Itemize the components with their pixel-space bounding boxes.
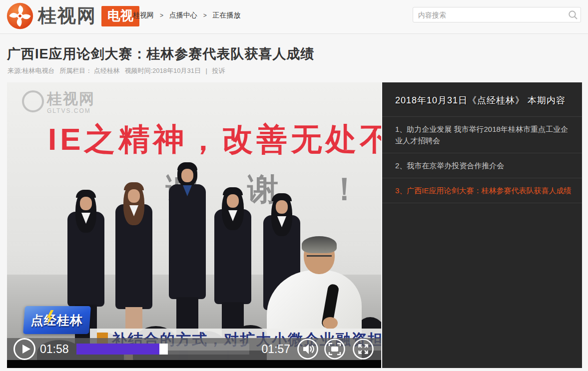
progress-thumb[interactable] xyxy=(159,344,168,355)
breadcrumb-vod-center[interactable]: 点播中心 xyxy=(169,11,197,19)
site-header: 桂视网 电视 桂视网 > 点播中心 > 正在播放 xyxy=(0,0,588,34)
fullscreen-icon xyxy=(352,338,374,360)
player-bottom-strip xyxy=(7,360,381,368)
episode-item-3-active[interactable]: 3、广西IE应用论剑大赛：桂林参赛代表队获喜人成绩 xyxy=(382,178,582,203)
theater-mode-icon xyxy=(324,338,346,360)
page-title: 广西IE应用论剑大赛：桂林参赛代表队获喜人成绩 xyxy=(7,45,315,63)
breadcrumb-now-playing: 正在播放 xyxy=(213,11,241,19)
watermark-logo-icon xyxy=(22,90,44,112)
program-logo: 点经桂林 xyxy=(23,306,91,334)
meta-category: 所属栏目： 点经桂林 xyxy=(59,67,120,74)
current-time: 01:58 xyxy=(40,343,69,356)
breadcrumb-separator: > xyxy=(203,12,207,19)
breadcrumb-home[interactable]: 桂视网 xyxy=(133,11,154,19)
video-watermark: 桂视网 GLTVS.COM xyxy=(22,90,95,114)
duration-time: 01:57 xyxy=(258,343,290,356)
meta-time: 视频时间:2018年10月31日 xyxy=(125,67,201,74)
video-frame[interactable]: 桂视网 GLTVS.COM IE之精神，改善无处不 谢 谢 ！ xyxy=(7,82,381,360)
meta-separator: | xyxy=(206,67,207,74)
search-box xyxy=(413,7,581,22)
breadcrumb-separator: > xyxy=(160,12,163,19)
meta-source: 来源:桂林电视台 xyxy=(7,67,55,74)
volume-button[interactable] xyxy=(297,338,319,360)
volume-icon xyxy=(297,338,319,360)
play-icon xyxy=(22,345,30,354)
progress-bar[interactable] xyxy=(76,344,249,355)
theater-mode-button[interactable] xyxy=(324,338,346,360)
search-input[interactable] xyxy=(413,11,566,19)
player-controls: 01:58 01:57 xyxy=(7,338,381,360)
episode-sidebar: 2018年10月31日《点经桂林》 本期内容 1、助力企业发展 我市举行2018… xyxy=(382,82,582,368)
search-icon[interactable] xyxy=(566,10,581,20)
progress-fill xyxy=(76,344,159,355)
report-link[interactable]: 投诉 xyxy=(212,67,225,74)
program-logo-text: 点经桂林 xyxy=(30,312,83,329)
site-logo-icon xyxy=(6,2,34,30)
watermark-name: 桂视网 xyxy=(47,90,95,107)
site-logo[interactable]: 桂视网 电视 xyxy=(6,2,139,30)
video-player: 桂视网 GLTVS.COM IE之精神，改善无处不 谢 谢 ！ xyxy=(7,82,381,368)
sidebar-title: 2018年10月31日《点经桂林》 本期内容 xyxy=(382,82,582,117)
fullscreen-button[interactable] xyxy=(352,338,374,360)
screen-slogan-text: IE之精神，改善无处不 xyxy=(48,118,381,160)
site-name: 桂视网 xyxy=(38,3,96,28)
episode-item-2[interactable]: 2、我市在京举办投资合作推介会 xyxy=(382,153,582,178)
episode-item-1[interactable]: 1、助力企业发展 我市举行2018年桂林市重点工业企业人才招聘会 xyxy=(382,117,582,153)
breadcrumb: 桂视网 > 点播中心 > 正在播放 xyxy=(133,11,241,20)
watermark-domain: GLTVS.COM xyxy=(47,107,95,114)
play-button[interactable] xyxy=(13,338,35,360)
video-meta: 来源:桂林电视台 所属栏目： 点经桂林 视频时间:2018年10月31日 | 投… xyxy=(7,66,228,75)
episode-list: 1、助力企业发展 我市举行2018年桂林市重点工业企业人才招聘会 2、我市在京举… xyxy=(382,117,582,203)
